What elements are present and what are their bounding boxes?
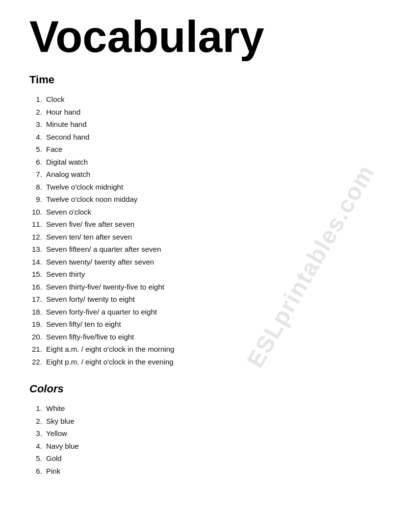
time-list-item: Hour hand (44, 106, 382, 119)
time-list-item: Clock (44, 93, 382, 106)
time-list-item: Seven forty-five/ a quarter to eight (44, 306, 382, 318)
time-list-item: Minute hand (44, 118, 382, 131)
time-list-item: Twelve o'clock midnight (44, 181, 382, 193)
colors-list-item: Yellow (44, 427, 382, 440)
time-section: Time ClockHour handMinute handSecond han… (29, 73, 382, 368)
time-list-item: Seven thirty-five/ twenty-five to eight (44, 281, 382, 293)
time-list-item: Digital watch (44, 156, 382, 169)
time-list: ClockHour handMinute handSecond handFace… (29, 93, 382, 368)
page-title: Vocabulary (29, 15, 382, 59)
colors-list-item: Gold (44, 452, 382, 465)
colors-section: Colors WhiteSky blueYellowNavy blueGoldP… (29, 383, 382, 477)
time-list-item: Seven o'clock (44, 206, 382, 218)
time-list-item: Seven ten/ ten after seven (44, 231, 382, 243)
colors-list-item: Sky blue (44, 415, 382, 428)
time-list-item: Seven thirty (44, 268, 382, 281)
time-list-item: Seven fifty-five/five to eight (44, 331, 382, 343)
colors-list-item: Navy blue (44, 440, 382, 453)
time-list-item: Eight p.m. / eight o'clock in the evenin… (44, 356, 382, 368)
time-list-item: Seven fifty/ ten to eight (44, 318, 382, 331)
time-section-heading: Time (29, 73, 382, 86)
time-list-item: Second hand (44, 131, 382, 144)
time-list-item: Seven forty/ twenty to eight (44, 293, 382, 306)
time-list-item: Seven five/ five after seven (44, 218, 382, 231)
time-list-item: Eight a.m. / eight o'clock in the mornin… (44, 343, 382, 356)
colors-list-item: Pink (44, 465, 382, 478)
time-list-item: Twelve o'clock noon midday (44, 193, 382, 206)
time-list-item: Seven fifteen/ a quarter after seven (44, 243, 382, 256)
colors-section-heading: Colors (29, 383, 382, 395)
time-list-item: Analog watch (44, 168, 382, 181)
time-list-item: Seven twenty/ twenty after seven (44, 256, 382, 268)
time-list-item: Face (44, 143, 382, 156)
colors-list-item: White (44, 402, 382, 415)
colors-list: WhiteSky blueYellowNavy blueGoldPink (29, 402, 382, 477)
